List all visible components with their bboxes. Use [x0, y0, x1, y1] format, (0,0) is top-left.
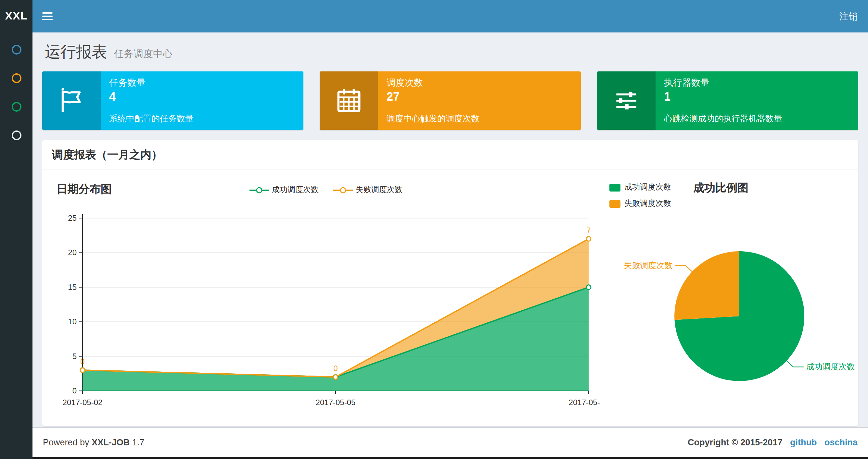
navbar: 注销: [32, 0, 868, 32]
svg-text:失败调度次数: 失败调度次数: [624, 261, 673, 270]
logout-link[interactable]: 注销: [829, 0, 868, 32]
info-box-content: 执行器数量 1 心跳检测成功的执行器机器数量: [655, 71, 858, 130]
panel-body: 日期分布图 成功调度次数: [42, 170, 858, 426]
sidebar-toggle-button[interactable]: [32, 0, 62, 32]
line-marker-icon: [249, 186, 269, 194]
sidebar-item-help[interactable]: [0, 121, 32, 149]
legend-label: 失败调度次数: [356, 185, 402, 195]
info-box-number: 4: [109, 90, 295, 104]
svg-text:10: 10: [68, 317, 77, 326]
info-box-description: 心跳检测成功的执行器机器数量: [664, 113, 850, 125]
sidebar-item-job-log[interactable]: [0, 92, 32, 121]
info-box-description: 调度中心触发的调度次数: [386, 113, 572, 125]
legend-item-success[interactable]: 成功调度次数: [610, 182, 671, 193]
svg-text:0: 0: [72, 386, 77, 395]
legend-swatch: [610, 184, 620, 191]
svg-text:2017-05-08: 2017-05-08: [569, 398, 600, 407]
date-distribution-chart-area: 日期分布图 成功调度次数: [51, 178, 600, 417]
sidebar-item-dashboard[interactable]: [0, 35, 32, 64]
pie-chart-title: 成功比例图: [688, 181, 748, 195]
circle-icon: [11, 73, 21, 83]
page-header: 运行报表 任务调度中心: [45, 41, 858, 62]
info-box-number: 27: [386, 90, 572, 104]
version-number: 1.7: [132, 437, 145, 447]
svg-text:0: 0: [333, 364, 338, 373]
footer: Powered by XXL-JOB 1.7 Copyright © 2015-…: [32, 427, 868, 457]
sidebar: [0, 32, 32, 459]
info-box-job-count: 任务数量 4 系统中配置的任务数量: [42, 71, 303, 130]
top-navbar: XXL 注销: [0, 0, 868, 32]
legend-item-fail[interactable]: 失败调度次数: [610, 198, 671, 209]
main-content: 运行报表 任务调度中心 任务数量 4 系统中配置的任务数量: [32, 32, 868, 426]
pie-chart-header: 成功调度次数 失败调度次数 成功比例图: [610, 178, 863, 209]
github-link[interactable]: github: [790, 437, 817, 447]
circle-icon: [11, 130, 21, 140]
summary-info-boxes: 任务数量 4 系统中配置的任务数量: [42, 71, 858, 130]
schedule-report-panel: 调度报表（一月之内） 日期分布图 成功调度次数: [42, 140, 858, 426]
info-box-content: 任务数量 4 系统中配置的任务数量: [101, 71, 303, 130]
success-ratio-pie-chart: 成功调度次数失败调度次数: [610, 209, 863, 410]
info-box-label: 任务数量: [109, 77, 295, 89]
info-box-number: 1: [664, 90, 850, 104]
circle-icon: [11, 102, 21, 111]
legend-swatch: [610, 200, 620, 207]
svg-text:20: 20: [68, 248, 77, 257]
circle-icon: [11, 44, 21, 54]
svg-text:成功调度次数: 成功调度次数: [806, 362, 855, 371]
legend-label: 失败调度次数: [624, 198, 671, 209]
svg-text:2017-05-05: 2017-05-05: [316, 398, 356, 407]
info-box-content: 调度次数 27 调度中心触发的调度次数: [378, 71, 581, 130]
sidebar-item-job-manage[interactable]: [0, 64, 32, 92]
panel-title: 调度报表（一月之内）: [42, 140, 858, 170]
svg-text:15: 15: [68, 283, 77, 292]
line-chart-legend: 成功调度次数 失败调度次数: [51, 185, 600, 195]
date-distribution-chart: 05101520252017-05-022017-05-052017-05-08…: [51, 202, 600, 414]
window-bottom-edge: [0, 457, 868, 459]
legend-item-fail[interactable]: 失败调度次数: [333, 185, 402, 195]
line-marker-icon: [333, 186, 352, 194]
success-ratio-chart-area: 成功调度次数 失败调度次数 成功比例图 成功调度次数失败调度次数: [600, 178, 863, 417]
svg-text:2017-05-02: 2017-05-02: [63, 398, 103, 407]
svg-text:5: 5: [72, 352, 77, 361]
brand-name: XXL-JOB: [92, 437, 130, 447]
info-box-label: 调度次数: [386, 77, 572, 89]
page-title: 运行报表: [45, 43, 107, 60]
svg-text:0: 0: [80, 357, 85, 366]
svg-text:25: 25: [68, 214, 77, 222]
legend-label: 成功调度次数: [624, 182, 671, 193]
sliders-icon: [597, 71, 655, 130]
info-box-label: 执行器数量: [664, 77, 850, 89]
copyright-text: Copyright © 2015-2017 github oschina: [688, 437, 858, 447]
pie-chart-legend: 成功调度次数 失败调度次数: [610, 181, 671, 209]
page-subtitle: 任务调度中心: [114, 48, 173, 59]
svg-text:7: 7: [586, 226, 591, 235]
xxl-job-dashboard: XXL 注销 运行报表 任务调度中心: [0, 0, 868, 459]
legend-label: 成功调度次数: [272, 185, 319, 195]
calendar-icon: [320, 71, 378, 130]
powered-by-text: Powered by XXL-JOB 1.7: [43, 437, 144, 447]
info-box-trigger-count: 调度次数 27 调度中心触发的调度次数: [320, 71, 581, 130]
info-box-executor-count: 执行器数量 1 心跳检测成功的执行器机器数量: [597, 71, 858, 130]
hamburger-icon: [42, 12, 53, 20]
line-chart-header: 日期分布图 成功调度次数: [51, 178, 600, 202]
legend-item-success[interactable]: 成功调度次数: [249, 185, 319, 195]
app-logo[interactable]: XXL: [0, 0, 32, 32]
flag-icon: [42, 71, 101, 130]
info-box-description: 系统中配置的任务数量: [109, 113, 295, 125]
oschina-link[interactable]: oschina: [825, 437, 858, 447]
